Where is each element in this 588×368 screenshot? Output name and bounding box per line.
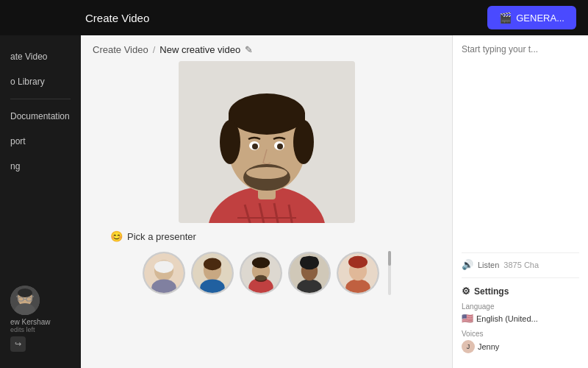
sidebar-item-extra[interactable]: ng bbox=[0, 154, 81, 179]
presenter-scrollbar[interactable] bbox=[388, 251, 391, 295]
speaker-icon: 🔊 bbox=[462, 259, 473, 270]
flag-icon: 🇺🇸 bbox=[462, 313, 473, 324]
user-avatar bbox=[10, 286, 40, 315]
svg-point-20 bbox=[293, 120, 314, 164]
svg-point-6 bbox=[18, 289, 32, 297]
language-text: English (United... bbox=[476, 314, 538, 323]
presenter-image bbox=[179, 61, 355, 223]
sidebar: ate Video o Library Documentation port n… bbox=[0, 35, 81, 368]
presenter-scrollbar-thumb bbox=[388, 251, 391, 266]
sidebar-item-create-video[interactable]: ate Video bbox=[0, 44, 81, 69]
main-layout: ate Video o Library Documentation port n… bbox=[0, 35, 588, 368]
svg-point-29 bbox=[154, 261, 173, 273]
sidebar-item-documentation[interactable]: Documentation bbox=[0, 104, 81, 129]
sidebar-user-section: ew Kershaw edits left ↪ bbox=[0, 278, 81, 359]
voice-avatar: J bbox=[462, 340, 475, 353]
settings-language-value[interactable]: 🇺🇸 English (United... bbox=[462, 313, 579, 324]
breadcrumb: Create Video / New creative video ✎ bbox=[81, 35, 452, 61]
svg-point-23 bbox=[252, 144, 258, 149]
svg-point-45 bbox=[309, 257, 318, 266]
video-area: 😊 Pick a presenter bbox=[81, 61, 452, 368]
user-name: ew Kershaw bbox=[10, 318, 71, 326]
settings-voices-field: Voices J Jenny bbox=[462, 330, 579, 353]
svg-point-39 bbox=[254, 275, 267, 282]
right-panel: 🔊 Listen 3875 Cha ⚙ Settings Language 🇺🇸… bbox=[452, 35, 588, 368]
svg-point-38 bbox=[251, 258, 269, 269]
logout-button[interactable]: ↪ bbox=[10, 336, 26, 352]
svg-point-49 bbox=[348, 256, 367, 269]
video-icon: 🎬 bbox=[499, 12, 512, 24]
presenter-thumb-4[interactable] bbox=[288, 252, 331, 294]
pick-presenter-row: 😊 Pick a presenter bbox=[110, 230, 196, 242]
page-title: Create Video bbox=[85, 12, 149, 24]
presenter-icon: 😊 bbox=[110, 230, 123, 242]
voice-name: Jenny bbox=[478, 342, 499, 351]
center-content: Create Video / New creative video ✎ bbox=[81, 35, 452, 368]
breadcrumb-edit-icon[interactable]: ✎ bbox=[245, 44, 253, 55]
presenter-thumb-1[interactable] bbox=[143, 252, 185, 294]
svg-point-44 bbox=[300, 257, 308, 266]
voice-row[interactable]: J Jenny bbox=[462, 340, 579, 353]
svg-point-33 bbox=[203, 258, 220, 271]
pick-presenter-label: Pick a presenter bbox=[127, 231, 196, 242]
presenter-thumb-3[interactable] bbox=[240, 252, 282, 294]
svg-point-24 bbox=[277, 144, 283, 149]
breadcrumb-parent: Create Video bbox=[93, 44, 148, 55]
presenter-thumb-5[interactable] bbox=[337, 252, 379, 294]
generate-button[interactable]: 🎬 GENERA... bbox=[487, 6, 576, 29]
listen-row: 🔊 Listen 3875 Cha bbox=[462, 252, 579, 270]
settings-title: Settings bbox=[474, 286, 509, 297]
settings-section: ⚙ Settings Language 🇺🇸 English (United..… bbox=[462, 277, 579, 359]
script-textarea[interactable] bbox=[462, 44, 579, 247]
settings-header: ⚙ Settings bbox=[462, 286, 579, 297]
settings-language-field: Language 🇺🇸 English (United... bbox=[462, 302, 579, 324]
breadcrumb-current: New creative video bbox=[159, 44, 240, 55]
gear-icon: ⚙ bbox=[462, 286, 470, 297]
presenter-list bbox=[96, 247, 437, 300]
breadcrumb-separator: / bbox=[153, 44, 156, 55]
svg-point-26 bbox=[246, 167, 287, 179]
svg-rect-18 bbox=[229, 113, 305, 127]
settings-language-label: Language bbox=[462, 302, 579, 311]
presenter-thumb-2[interactable] bbox=[191, 252, 234, 294]
app-header: Create Video 🎬 GENERA... bbox=[0, 0, 588, 35]
presenter-frame bbox=[179, 61, 355, 223]
sidebar-item-video-library[interactable]: o Library bbox=[0, 69, 81, 94]
listen-label: Listen bbox=[478, 261, 499, 269]
sidebar-item-support[interactable]: port bbox=[0, 129, 81, 154]
sidebar-divider bbox=[10, 99, 71, 99]
settings-voices-label: Voices bbox=[462, 330, 579, 338]
char-count: 3875 Cha bbox=[503, 261, 539, 269]
svg-point-19 bbox=[220, 120, 240, 164]
user-credits: edits left bbox=[10, 326, 71, 333]
